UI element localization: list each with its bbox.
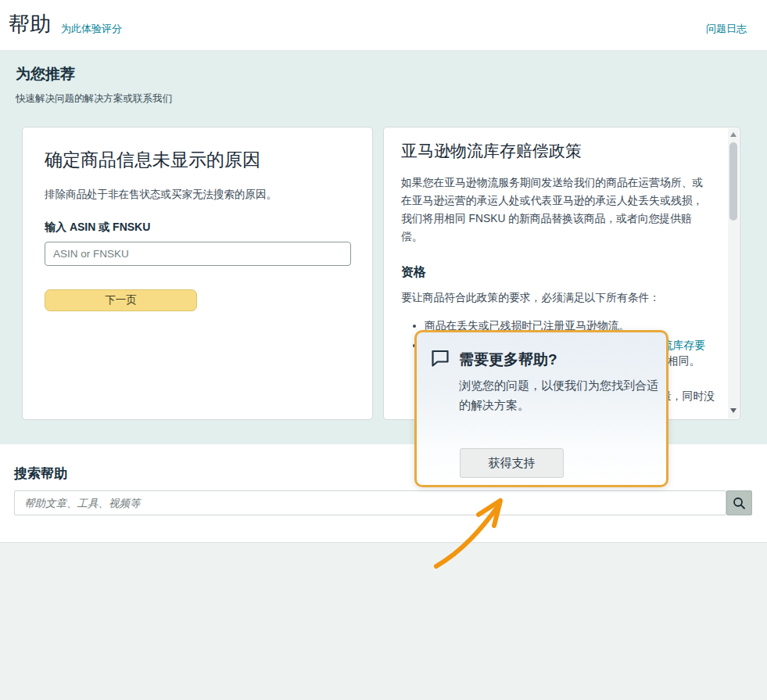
asin-card-description: 排除商品处于非在售状态或买家无法搜索的原因。: [45, 188, 350, 202]
get-support-button[interactable]: 获得支持: [460, 448, 564, 478]
footer-links-section: 卖家论坛 提出问题或从我们的卖家群体中寻找答案。 启动卖家论坛 需要更多帮助? …: [0, 543, 767, 700]
asin-input-label: 输入 ASIN 或 FNSKU: [45, 221, 350, 235]
search-icon: [733, 497, 746, 510]
need-more-help-popup: 需要更多帮助? 浏览您的问题，以便我们为您找到合适的解决方案。 获得支持: [414, 330, 668, 487]
popup-title: 需要更多帮助?: [459, 350, 557, 370]
asin-card-title: 确定商品信息未显示的原因: [45, 148, 350, 172]
eligibility-heading: 资格: [401, 264, 711, 281]
rate-experience-link[interactable]: 为此体验评分: [61, 22, 122, 36]
search-help-title: 搜索帮助: [14, 465, 67, 483]
asin-input[interactable]: [45, 242, 351, 266]
issue-log-link[interactable]: 问题日志: [706, 22, 747, 36]
next-page-button[interactable]: 下一页: [45, 289, 197, 311]
recommended-subtitle: 快速解决问题的解决方案或联系我们: [16, 92, 172, 106]
policy-paragraph: 如果您在亚马逊物流服务期间发送给我们的商品在运营场所、或在亚马逊运营的承运人处或…: [401, 174, 711, 246]
page-header: 帮助 为此体验评分 问题日志: [0, 0, 767, 51]
eligibility-intro: 要让商品符合此政策的要求，必须满足以下所有条件：: [401, 291, 711, 305]
policy-card-title: 亚马逊物流库存赔偿政策: [401, 140, 711, 162]
asin-lookup-card: 确定商品信息未显示的原因 排除商品处于非在售状态或买家无法搜索的原因。 输入 A…: [22, 127, 373, 420]
popup-body: 浏览您的问题，以便我们为您找到合适的解决方案。: [459, 375, 659, 415]
speech-bubble-icon: [431, 350, 450, 370]
scrollbar-up-arrow-icon[interactable]: [728, 128, 739, 141]
search-input[interactable]: [14, 490, 726, 515]
search-button[interactable]: [726, 490, 752, 515]
page-title: 帮助: [9, 10, 51, 38]
recommended-title: 为您推荐: [16, 64, 75, 84]
policy-text-fragment: 相同。: [668, 354, 700, 368]
scrollbar-thumb[interactable]: [729, 142, 737, 221]
scrollbar-down-arrow-icon[interactable]: [728, 404, 739, 417]
policy-text-fragment: 量，同时没: [661, 389, 715, 404]
scrollbar[interactable]: [728, 128, 739, 418]
